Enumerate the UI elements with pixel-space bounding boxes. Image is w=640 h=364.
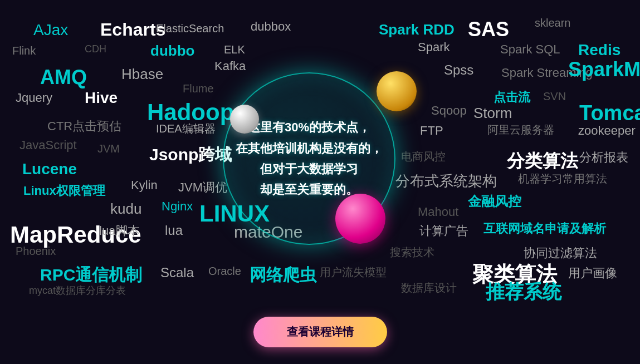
word-item: SAS (468, 18, 509, 41)
word-item: ElasticSearch (156, 22, 224, 35)
word-item: Spark RDD (379, 21, 455, 38)
word-item: AMQ (40, 66, 87, 89)
word-item: 用户流失模型 (320, 265, 387, 280)
word-item: 分布式系统架构 (395, 171, 497, 191)
word-item: lua (165, 223, 183, 238)
word-item: 阿里云服务器 (487, 122, 554, 137)
word-item: 搜索技术 (390, 245, 434, 260)
word-item: 数据库设计 (401, 281, 457, 296)
word-item: CTR点击预估 (47, 118, 121, 135)
word-item: Linux权限管理 (23, 183, 105, 199)
word-item: CDH (85, 43, 106, 55)
word-item: 网络爬虫 (250, 264, 316, 287)
word-item: Kylin (131, 178, 158, 193)
word-item: JVM调优 (178, 179, 227, 196)
word-item: AJax (33, 21, 68, 39)
word-item: Phoenix (16, 245, 56, 258)
word-item: Hbase (121, 66, 163, 83)
word-item: Jquery (16, 91, 52, 105)
cta-button[interactable]: 查看课程详情 (253, 317, 387, 347)
word-item: 互联网域名申请及解析 (483, 220, 606, 237)
word-item: SVN (543, 90, 566, 103)
word-item: 推荐系统 (486, 279, 561, 305)
word-item: 协同过滤算法 (524, 245, 597, 262)
word-item: JavaScript (19, 138, 77, 153)
word-item: dubbo (150, 42, 194, 60)
word-item: 计算广告 (419, 223, 468, 239)
word-item: Spark (418, 40, 450, 55)
word-item: Storm (473, 105, 512, 122)
word-item: Flink (12, 45, 36, 57)
word-item: Spark SQL (500, 42, 560, 57)
word-item: Kafka (214, 59, 246, 73)
word-item: kudu (110, 200, 141, 218)
word-item: Tomcat (579, 101, 640, 125)
word-item: Scala (160, 265, 194, 281)
ball-white (230, 105, 259, 134)
word-item: 用户画像 (568, 265, 617, 282)
ball-pink (335, 194, 385, 244)
ball-gold (377, 71, 417, 111)
word-item: lua脚本 (99, 223, 140, 239)
word-item: 金融风控 (468, 193, 521, 210)
word-item: Lucene (22, 160, 77, 178)
word-item: zookeeper (578, 124, 636, 138)
word-item: Oracle (208, 265, 241, 278)
word-item: Nginx (162, 199, 193, 214)
word-item: Hive (85, 89, 118, 107)
main-circle-text: 这里有30%的技术点， 在其他培训机构是没有的， 但对于大数据学习 却是至关重要… (236, 117, 383, 200)
word-item: SparkMllib (568, 58, 640, 81)
word-item: RPC通信机制 (40, 264, 142, 287)
word-item: Redis (578, 41, 621, 59)
word-item: IDEA编辑器 (156, 121, 216, 136)
word-item: 分析报表 (579, 149, 628, 166)
word-item: Mahout (418, 205, 458, 219)
word-item: Spss (444, 62, 473, 78)
word-item: FTP (420, 124, 443, 138)
word-item: ELK (224, 43, 245, 56)
word-item: 分类算法 (507, 149, 578, 174)
word-item: 电商风控 (401, 149, 446, 164)
word-item: sklearn (535, 17, 570, 29)
word-item: 机器学习常用算法 (518, 171, 607, 186)
word-item: Flume (183, 82, 214, 95)
word-item: JVM (97, 142, 120, 155)
word-item: mycat数据库分库分表 (29, 284, 126, 297)
word-item: 点击流 (494, 89, 530, 106)
word-item: Sqoop (431, 104, 467, 118)
word-item: Jsonp跨域 (149, 144, 232, 166)
word-item: dubbox (251, 19, 291, 34)
